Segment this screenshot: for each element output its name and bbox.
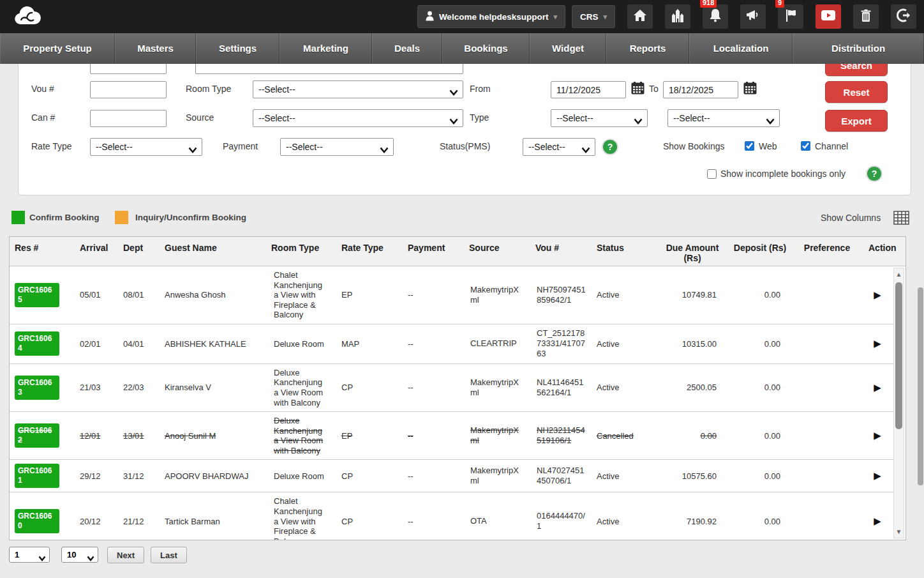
reservation-badge[interactable]: GRC16060 xyxy=(15,509,59,533)
flags-button[interactable]: 9 xyxy=(778,4,803,29)
announcements-button[interactable] xyxy=(740,4,766,29)
page-scrollbar-thumb[interactable] xyxy=(918,287,923,485)
reservation-badge[interactable]: GRC16064 xyxy=(15,331,59,356)
reservation-badge[interactable]: GRC16065 xyxy=(15,283,59,307)
dept-cell: 22/03 xyxy=(114,363,156,411)
column-header-dept[interactable]: Dept xyxy=(114,237,156,266)
nav-reports[interactable]: Reports xyxy=(606,33,689,64)
table-scrollbar[interactable]: ▲ ▼ xyxy=(893,268,904,538)
nav-deals[interactable]: Deals xyxy=(372,33,442,64)
column-header-due-amount[interactable]: Due Amount (Rs) xyxy=(658,237,729,266)
columns-grid-icon[interactable] xyxy=(893,211,909,227)
confirm-booking-label: Confirm Booking xyxy=(29,213,100,222)
last-page-button[interactable]: Last xyxy=(151,547,187,563)
cloud-logo-icon xyxy=(13,3,42,33)
nav-bookings[interactable]: Bookings xyxy=(442,33,530,64)
source-label: Source xyxy=(186,112,214,123)
nav-masters[interactable]: Masters xyxy=(115,33,196,64)
expand-row-icon[interactable]: ▶ xyxy=(874,289,881,300)
nav-distribution[interactable]: Distribution xyxy=(793,33,924,64)
preference-cell xyxy=(793,363,863,411)
expand-row-icon[interactable]: ▶ xyxy=(874,515,881,526)
help-icon[interactable]: ? xyxy=(603,140,617,154)
reservation-badge[interactable]: GRC16063 xyxy=(15,376,59,400)
subtype-select[interactable]: --Select-- xyxy=(668,110,779,126)
calendar-icon[interactable] xyxy=(631,82,645,97)
welcome-user-button[interactable]: Welcome helpdesksupport ▾ xyxy=(417,5,565,28)
show-columns-label[interactable]: Show Columns xyxy=(821,213,881,223)
guest-name-cell: Kiranselva V xyxy=(156,363,266,411)
action-cell: ▶ xyxy=(863,492,894,540)
scrollbar-thumb[interactable] xyxy=(895,282,902,429)
calendar-icon[interactable] xyxy=(743,82,757,97)
column-header-vou[interactable]: Vou # xyxy=(530,237,592,266)
guest-name-cell: APOORV BHARDWAJ xyxy=(156,460,266,492)
home-button[interactable] xyxy=(627,4,653,29)
column-header-preference[interactable]: Preference xyxy=(793,237,863,266)
reset-button[interactable]: Reset xyxy=(825,81,888,103)
payment-cell: -- xyxy=(396,363,464,411)
table-row: GRC16064 02/01 04/01 ABHISHEK KATHALE De… xyxy=(10,324,894,363)
column-header-room-type[interactable]: Room Type xyxy=(266,237,332,266)
status-cell: Active xyxy=(592,324,658,363)
expand-row-icon[interactable]: ▶ xyxy=(874,338,881,349)
inquiry-booking-label: Inquiry/Unconfirm Booking xyxy=(135,213,246,222)
channel-label: Channel xyxy=(815,141,848,151)
next-page-button[interactable]: Next xyxy=(107,547,144,563)
deposit-cell: 0.00 xyxy=(729,324,793,363)
property-button[interactable] xyxy=(665,4,690,29)
nav-marketing[interactable]: Marketing xyxy=(279,33,372,64)
logout-button[interactable] xyxy=(891,4,916,29)
room-type-select[interactable]: --Select-- xyxy=(253,81,463,98)
column-header-res[interactable]: Res # xyxy=(10,237,73,266)
page-select[interactable]: 1 xyxy=(10,547,49,562)
table-row: GRC16063 21/03 22/03 Kiranselva V Deluxe… xyxy=(10,363,894,411)
nav-settings[interactable]: Settings xyxy=(196,33,279,64)
nav-localization[interactable]: Localization xyxy=(689,33,793,64)
arrival-cell: 29/12 xyxy=(73,460,114,492)
rate-type-select[interactable]: --Select-- xyxy=(91,139,202,155)
from-date-input[interactable] xyxy=(551,81,626,98)
column-header-guest-name[interactable]: Guest Name xyxy=(156,237,266,266)
column-header-rate-type[interactable]: Rate Type xyxy=(332,237,396,266)
due-amount-cell: 10315.00 xyxy=(658,324,729,363)
trash-button[interactable] xyxy=(853,4,879,29)
room-type-select-wrap: --Select-- xyxy=(253,80,463,98)
column-header-payment[interactable]: Payment xyxy=(396,237,464,266)
expand-row-icon[interactable]: ▶ xyxy=(874,470,881,481)
room-type-label: Room Type xyxy=(186,84,231,94)
crs-dropdown[interactable]: CRS ▾ xyxy=(572,5,615,28)
column-header-action[interactable]: Action xyxy=(863,237,894,266)
type-select[interactable]: --Select-- xyxy=(551,110,647,126)
nav-widget[interactable]: Widget xyxy=(530,33,606,64)
column-header-deposit[interactable]: Deposit (Rs) xyxy=(729,237,793,266)
expand-row-icon[interactable]: ▶ xyxy=(874,430,881,441)
vou-number-input[interactable] xyxy=(90,81,167,98)
scroll-up-icon[interactable]: ▲ xyxy=(894,271,904,278)
can-number-input[interactable] xyxy=(90,110,167,127)
user-icon xyxy=(426,11,434,23)
channel-checkbox[interactable] xyxy=(801,141,810,151)
voucher-cell: NH23211454519106/1 xyxy=(530,412,592,460)
to-date-input[interactable] xyxy=(663,81,738,98)
incomplete-bookings-label: Show incomplete bookings only xyxy=(720,169,846,179)
column-header-source[interactable]: Source xyxy=(464,237,530,266)
nav-property-setup[interactable]: Property Setup xyxy=(0,33,115,64)
export-button[interactable]: Export xyxy=(825,110,888,132)
web-checkbox[interactable] xyxy=(745,141,754,151)
reservation-badge[interactable]: GRC16061 xyxy=(15,464,59,488)
notifications-button[interactable]: 918 xyxy=(703,4,728,29)
payment-select[interactable]: --Select-- xyxy=(281,139,393,155)
source-select[interactable]: --Select-- xyxy=(253,110,463,126)
youtube-button[interactable] xyxy=(816,4,841,29)
scroll-down-icon[interactable]: ▼ xyxy=(894,528,904,535)
reservation-badge[interactable]: GRC16062 xyxy=(15,423,59,448)
page-size-select[interactable]: 10 xyxy=(62,547,98,562)
column-header-arrival[interactable]: Arrival xyxy=(73,237,114,266)
column-header-status[interactable]: Status xyxy=(592,237,658,266)
status-pms-select[interactable]: --Select-- xyxy=(523,139,595,155)
expand-row-icon[interactable]: ▶ xyxy=(874,382,881,393)
incomplete-bookings-checkbox[interactable] xyxy=(707,169,717,179)
help-icon[interactable]: ? xyxy=(867,167,881,181)
source-cell: MakemytripXml xyxy=(464,266,530,324)
